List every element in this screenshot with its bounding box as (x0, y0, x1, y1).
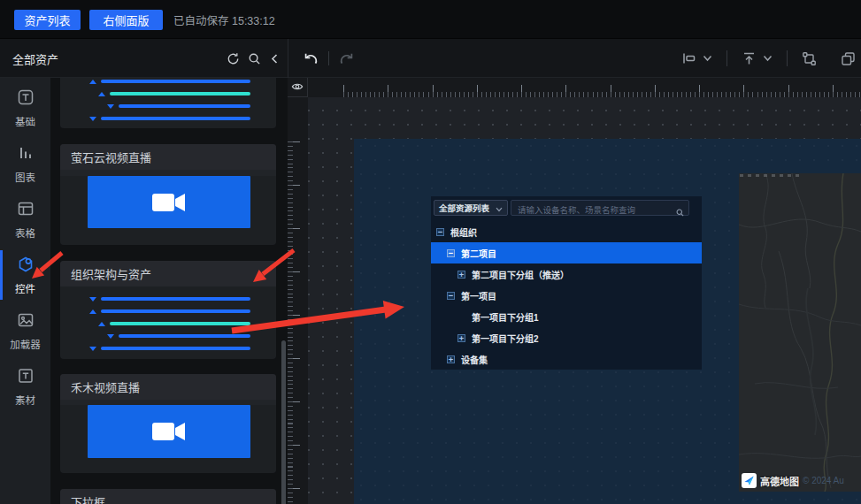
layer-chevron-down-icon[interactable] (763, 55, 773, 62)
sidebar-item-widgets[interactable]: 控件 (0, 250, 50, 300)
tree-node[interactable]: + 第二项目下分组（推送） (431, 263, 702, 285)
align-icon[interactable] (681, 51, 696, 65)
chevron-down-icon (496, 200, 503, 216)
map-roads (739, 173, 861, 492)
triangle-icon (98, 92, 105, 96)
asset-panel-title: 全部资产 (12, 39, 58, 78)
table-icon (17, 200, 35, 221)
triangle-icon (89, 347, 96, 351)
sidebar-item-materials[interactable]: 素材 (0, 362, 50, 411)
card-title: 组织架构与资产 (60, 261, 276, 286)
widget-icon (17, 256, 35, 277)
component-card-org-tree[interactable]: 组织架构与资产 (60, 261, 276, 359)
expander-icon[interactable]: + (447, 355, 455, 363)
map-attribution: 高德地图 © 2024 Au (742, 473, 844, 488)
move-to-top-icon[interactable] (742, 51, 757, 66)
triangle-icon (89, 80, 96, 84)
sidebar-item-tables[interactable]: 表格 (0, 195, 50, 244)
artboard[interactable]: 全部资源列表 (354, 139, 861, 504)
expander-icon[interactable]: − (447, 292, 455, 300)
tree-preview-row (60, 112, 276, 125)
expander-icon[interactable]: − (436, 228, 444, 236)
tree-node[interactable]: − 根组织 (431, 221, 702, 242)
tree-preview-row (60, 305, 276, 317)
tree-preview-row (60, 78, 276, 88)
map-widget[interactable]: 高德地图 © 2024 Au (739, 173, 861, 492)
redo-icon[interactable] (339, 51, 356, 66)
component-card-ezviz-video[interactable]: 萤石云视频直播 (60, 144, 276, 245)
triangle-icon (89, 297, 96, 302)
resource-list-dropdown[interactable]: 全部资源列表 (434, 200, 508, 216)
loader-icon (17, 311, 35, 332)
tree-node[interactable]: + 第一项目下分组2 (431, 327, 702, 348)
component-card-hemu-video[interactable]: 禾木视频直播 (60, 374, 276, 473)
triangle-icon (98, 322, 105, 326)
asset-list-button[interactable]: 资产列表 (14, 10, 81, 30)
horizontal-ruler (308, 78, 861, 97)
org-tree-widget[interactable]: 全部资源列表 (431, 196, 702, 370)
autosave-status: 已自动保存 15:33:12 (173, 0, 275, 39)
search-icon (676, 204, 684, 220)
tree-preview-row (60, 342, 276, 355)
chart-icon (17, 144, 35, 165)
toolbar: 全部资产 (0, 39, 861, 78)
search-icon[interactable] (248, 52, 261, 65)
expander-icon[interactable]: − (447, 249, 455, 257)
component-card-dropdown[interactable]: 下拉框 (60, 489, 276, 504)
right-panel-button[interactable]: 右侧面版 (89, 10, 163, 30)
triangle-icon (89, 309, 96, 314)
expander-icon[interactable]: + (457, 334, 465, 342)
vertical-ruler (288, 97, 308, 504)
tree-node[interactable]: − 第二项目 (431, 242, 702, 263)
sidebar-item-charts[interactable]: 图表 (0, 139, 50, 188)
card-title: 下拉框 (60, 489, 276, 504)
text-basic-icon (17, 88, 35, 110)
collapse-panel-icon[interactable] (269, 53, 280, 65)
map-clipped-marks (740, 174, 803, 177)
amap-logo-icon (742, 473, 757, 488)
top-bar: 资产列表 右侧面版 已自动保存 15:33:12 (0, 0, 861, 39)
dashboard-editor: 资产列表 右侧面版 已自动保存 15:33:12 全部资产 (0, 0, 861, 504)
tree-preview-row (60, 88, 276, 100)
refresh-icon[interactable] (227, 52, 240, 65)
sidebar-item-loaders[interactable]: 加载器 (0, 306, 50, 355)
triangle-icon (107, 334, 114, 339)
sidebar-item-basic[interactable]: 基础 (0, 83, 50, 133)
tree-node[interactable]: + 设备集 (431, 348, 702, 370)
card-title: 禾木视频直播 (60, 374, 276, 400)
tree-node[interactable]: 第一项目下分组1 (431, 306, 702, 327)
video-preview (88, 176, 250, 228)
ruler-corner (288, 78, 308, 97)
triangle-icon (89, 117, 96, 121)
video-camera-icon (151, 192, 187, 213)
component-card-tree-partial[interactable] (60, 78, 276, 128)
tree-preview-row (60, 293, 276, 305)
copy-layers-icon[interactable] (841, 51, 856, 66)
card-title: 萤石云视频直播 (60, 144, 276, 170)
triangle-icon (107, 104, 114, 109)
tree-preview-row (60, 100, 276, 112)
device-search-input[interactable] (511, 203, 688, 218)
tree-node[interactable]: − 第一项目 (431, 285, 702, 306)
component-list-panel: 萤石云视频直播 组织架构与资产 (50, 78, 288, 504)
video-preview (88, 405, 250, 458)
align-chevron-down-icon[interactable] (703, 55, 712, 62)
component-category-sidebar: 基础 图表 表格 控件 (0, 78, 50, 504)
tree-preview-row (60, 317, 276, 330)
panel-scrollbar[interactable] (281, 340, 286, 504)
expander-icon[interactable]: + (457, 271, 465, 279)
undo-icon[interactable] (302, 51, 319, 66)
eye-icon[interactable] (291, 80, 304, 95)
editor-canvas[interactable]: 全部资源列表 (308, 97, 861, 504)
video-camera-icon (151, 421, 187, 442)
device-search-box[interactable] (511, 200, 689, 216)
material-icon (17, 367, 35, 388)
group-icon[interactable] (802, 51, 817, 66)
tree-preview-row (60, 330, 276, 342)
